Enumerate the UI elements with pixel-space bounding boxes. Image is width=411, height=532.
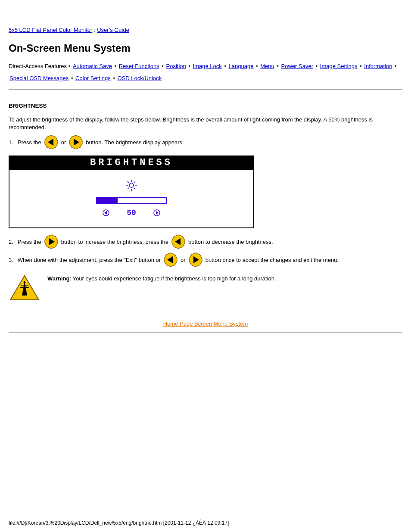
step-2-number: 2.: [9, 239, 13, 245]
svg-point-4: [129, 183, 134, 187]
nav-item-osd-lock-unlock[interactable]: OSD Lock/Unlock: [118, 75, 162, 81]
warning-text: Warning: Your eyes could experience fati…: [47, 275, 276, 283]
step-1-post: button. The brightness display appears.: [86, 139, 184, 146]
step-3-post: button once to accept the changes and ex…: [206, 257, 339, 263]
svg-line-12: [134, 181, 136, 183]
nav-item-special-osd-messages[interactable]: Special OSD Messages: [9, 75, 68, 81]
breadcrumb-sep: :: [92, 27, 97, 33]
divider-bottom: [9, 332, 402, 333]
nav-item-position[interactable]: Position: [166, 63, 186, 69]
right-arrow-icon: [44, 234, 59, 249]
nav-item-automatic-save[interactable]: Automatic Save: [73, 63, 112, 69]
divider: [9, 89, 402, 90]
nav-item-power-saver[interactable]: Power Saver: [281, 63, 313, 69]
brightness-icon: [125, 179, 137, 193]
nav-item-image-settings[interactable]: Image Settings: [320, 63, 358, 69]
nav-item-information[interactable]: Information: [364, 63, 392, 69]
left-arrow-icon: [44, 135, 59, 149]
step-2-pre: Press the: [18, 239, 41, 245]
svg-marker-14: [104, 211, 107, 215]
svg-line-9: [128, 181, 129, 183]
section-title: BRIGHTNESS: [9, 103, 402, 109]
step-1-number: 1.: [9, 139, 13, 146]
step-3-number: 3.: [9, 257, 13, 263]
intro-text: To adjust the brightness of the display,…: [9, 116, 402, 131]
nav-item-image-lock[interactable]: Image Lock: [193, 63, 222, 69]
step-3-or: or: [181, 257, 186, 263]
right-arrow-icon: [68, 135, 83, 149]
step-3: 3. When done with the adjustment, press …: [9, 252, 402, 267]
warning-label: Warning: [47, 275, 70, 282]
right-arrow-icon: [188, 252, 203, 267]
warning-body: : Your eyes could experience fatigue if …: [70, 275, 276, 282]
osd-left-arrow-icon: [103, 209, 109, 216]
left-arrow-icon: [171, 234, 186, 249]
breadcrumb-link-guide[interactable]: User's Guide: [97, 27, 129, 33]
osd-title: BRIGHTNESS: [9, 156, 253, 170]
breadcrumb-link-product[interactable]: 5x5 LCD Flat Panel Color Monitor: [9, 27, 92, 33]
step-1-pre: Press the: [18, 139, 41, 146]
svg-marker-16: [156, 211, 159, 215]
nav-item-language[interactable]: Language: [229, 63, 254, 69]
step-1: 1. Press the or button. The brightness d…: [9, 135, 402, 149]
brightness-gauge-fill: [97, 198, 118, 203]
step-2-post: button to decrease the brightness.: [188, 239, 273, 245]
nav-prefix: Direct-Access Features •: [9, 63, 72, 69]
nav-item-color-settings[interactable]: Color Settings: [75, 75, 111, 81]
warning-icon: [9, 275, 40, 303]
step-2: 2. Press the button to increase the brig…: [9, 234, 402, 249]
nav-item-menu[interactable]: Menu: [260, 63, 274, 69]
nav-links: Direct-Access Features • Automatic Save …: [9, 60, 402, 85]
breadcrumb: 5x5 LCD Flat Panel Color Monitor : User'…: [9, 26, 402, 34]
brightness-gauge: [96, 197, 167, 204]
svg-line-10: [134, 188, 136, 190]
file-path: file:///D|/Korean/3.%20Display/LCD/Dell_…: [9, 520, 229, 526]
home-link-row: Home Page Screen Menu System: [9, 320, 402, 327]
warning-row: Warning: Your eyes could experience fati…: [9, 275, 402, 303]
step-3-pre: When done with the adjustment, press the…: [18, 257, 161, 263]
svg-line-11: [128, 188, 129, 190]
osd-value: 50: [127, 208, 136, 217]
home-page-link[interactable]: Home Page Screen Menu System: [163, 320, 248, 327]
page-title: On-Screen Menu System: [9, 42, 402, 54]
step-1-or: or: [61, 139, 66, 146]
osd-right-arrow-icon: [153, 209, 160, 216]
step-2-mid: button to increase the brightness; press…: [61, 239, 168, 245]
osd-panel: BRIGHTNESS: [9, 156, 254, 228]
nav-item-reset-functions[interactable]: Reset Functions: [119, 63, 159, 69]
left-arrow-icon: [163, 252, 178, 267]
